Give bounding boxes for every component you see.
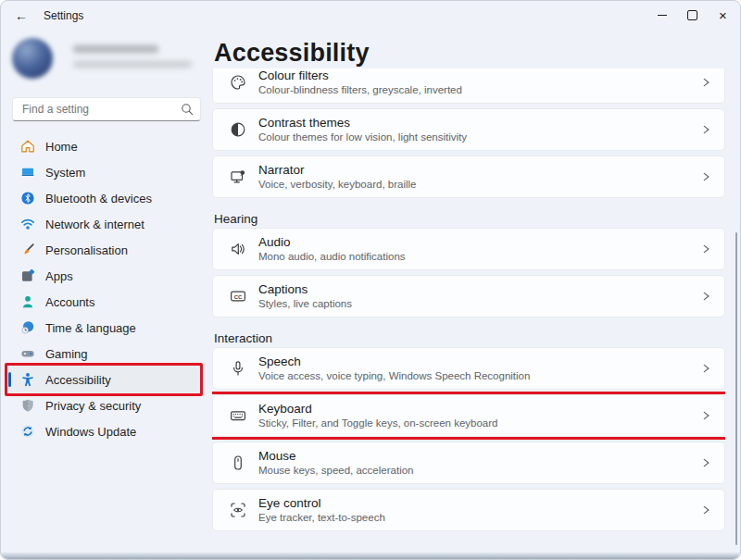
sidebar-nav: Home System Bluetooth & devices Network … <box>1 133 212 444</box>
search-box <box>12 97 201 121</box>
privacy-icon <box>20 398 35 413</box>
chevron-right-icon <box>700 457 711 468</box>
home-icon <box>20 139 35 154</box>
setting-card-audio[interactable]: Audio Mono audio, audio notifications <box>212 228 725 270</box>
sidebar-item-accessibility[interactable]: Accessibility <box>8 367 199 392</box>
settings-window: ← Settings × Home System <box>0 0 741 560</box>
setting-card-keyboard[interactable]: Keyboard Sticky, Filter, and Toggle keys… <box>212 394 725 437</box>
accessibility-icon <box>20 372 35 387</box>
narrator-icon <box>229 168 247 186</box>
sidebar-item-apps[interactable]: Apps <box>8 263 199 289</box>
chevron-right-icon <box>700 291 711 302</box>
minimize-button[interactable] <box>647 1 677 29</box>
scrollbar[interactable] <box>735 232 737 545</box>
user-profile[interactable] <box>12 36 201 84</box>
sidebar-item-system[interactable]: System <box>8 159 199 185</box>
close-button[interactable]: × <box>708 1 738 29</box>
setting-subtitle: Styles, live captions <box>258 297 689 311</box>
setting-title: Audio <box>258 234 689 250</box>
section-header-interaction: Interaction <box>214 330 725 347</box>
setting-card-mouse[interactable]: Mouse Mouse keys, speed, acceleration <box>212 442 725 484</box>
setting-card-captions[interactable]: CC Captions Styles, live captions <box>212 275 725 317</box>
minimize-icon <box>658 15 667 16</box>
sidebar-item-network[interactable]: Network & internet <box>8 211 199 237</box>
setting-card-speech[interactable]: Speech Voice access, voice typing, Windo… <box>212 347 725 390</box>
setting-title: Eye control <box>258 495 689 511</box>
section-header-hearing: Hearing <box>214 211 725 228</box>
speaker-icon <box>229 240 247 258</box>
setting-subtitle: Eye tracker, text-to-speech <box>258 511 689 525</box>
setting-subtitle: Colour themes for low vision, light sens… <box>258 131 689 144</box>
mouse-icon <box>229 454 247 472</box>
setting-card-eye-control[interactable]: Eye control Eye tracker, text-to-speech <box>212 489 725 531</box>
setting-title: Narrator <box>258 162 689 178</box>
svg-text:CC: CC <box>234 294 243 300</box>
captions-icon: CC <box>229 287 247 305</box>
avatar <box>12 38 53 79</box>
setting-subtitle: Sticky, Filter, and Toggle keys, on-scre… <box>258 417 689 430</box>
window-title: Settings <box>44 9 83 22</box>
back-arrow-icon: ← <box>15 8 28 23</box>
setting-title: Contrast themes <box>258 115 689 131</box>
page-title: Accessibility <box>214 38 740 68</box>
user-name-blurred <box>73 45 158 53</box>
sidebar-item-gaming[interactable]: Gaming <box>8 341 199 367</box>
sidebar-item-bluetooth[interactable]: Bluetooth & devices <box>8 185 199 211</box>
sidebar-item-windows-update[interactable]: Windows Update <box>8 418 199 444</box>
setting-title: Captions <box>258 281 689 297</box>
gaming-icon <box>20 346 35 361</box>
sidebar-item-privacy-security[interactable]: Privacy & security <box>8 392 199 418</box>
network-icon <box>20 217 35 231</box>
chevron-right-icon <box>700 504 711 516</box>
palette-icon <box>229 73 247 92</box>
back-button[interactable]: ← <box>6 4 36 28</box>
apps-icon <box>20 268 35 283</box>
setting-title: Keyboard <box>258 401 689 417</box>
setting-subtitle: Voice, verbosity, keyboard, braille <box>258 178 689 192</box>
system-icon <box>20 165 35 180</box>
sidebar-item-home[interactable]: Home <box>8 133 199 159</box>
maximize-icon <box>687 10 697 20</box>
setting-title: Colour filters <box>258 68 689 83</box>
accounts-icon <box>20 294 35 309</box>
chevron-right-icon <box>700 77 711 88</box>
keyboard-icon <box>229 406 247 425</box>
windows-update-icon <box>20 424 35 439</box>
search-icon <box>181 103 194 116</box>
titlebar: ← Settings × <box>1 1 740 31</box>
bluetooth-icon <box>20 191 35 205</box>
setting-subtitle: Voice access, voice typing, Windows Spee… <box>258 369 689 383</box>
chevron-right-icon <box>700 410 711 421</box>
setting-card-contrast-themes[interactable]: Contrast themes Colour themes for low vi… <box>212 108 725 151</box>
maximize-button[interactable] <box>677 1 708 29</box>
setting-subtitle: Mono audio, audio notifications <box>258 250 689 264</box>
setting-subtitle: Mouse keys, speed, acceleration <box>258 464 689 478</box>
eye-control-icon <box>229 501 247 519</box>
setting-title: Mouse <box>258 448 689 464</box>
main-content: Accessibility Colour filters Colour-blin… <box>212 31 740 559</box>
user-email-blurred <box>73 61 192 68</box>
chevron-right-icon <box>700 171 711 182</box>
setting-subtitle: Colour-blindness filters, greyscale, inv… <box>258 83 689 97</box>
contrast-icon <box>229 120 247 139</box>
chevron-right-icon <box>700 243 711 255</box>
sidebar-item-accounts[interactable]: Accounts <box>8 289 199 315</box>
time-language-icon <box>20 320 35 335</box>
setting-card-colour-filters[interactable]: Colour filters Colour-blindness filters,… <box>212 68 725 104</box>
sidebar-item-personalisation[interactable]: Personalisation <box>8 237 199 263</box>
setting-title: Speech <box>258 354 689 369</box>
search-input[interactable] <box>12 97 201 121</box>
personalisation-icon <box>20 243 35 257</box>
microphone-icon <box>229 359 247 378</box>
sidebar-item-time-language[interactable]: Time & language <box>8 315 199 341</box>
sidebar: Home System Bluetooth & devices Network … <box>1 31 212 552</box>
chevron-right-icon <box>700 363 711 374</box>
chevron-right-icon <box>700 124 711 135</box>
settings-list: Colour filters Colour-blindness filters,… <box>212 68 725 559</box>
close-icon: × <box>719 8 727 22</box>
setting-card-narrator[interactable]: Narrator Voice, verbosity, keyboard, bra… <box>212 156 725 198</box>
